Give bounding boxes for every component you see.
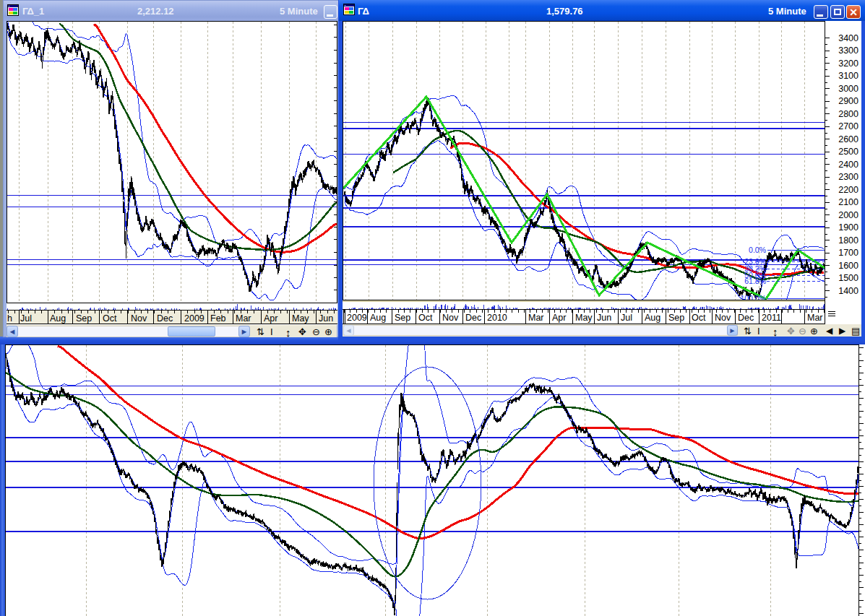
svg-text:2009: 2009 <box>184 313 205 324</box>
svg-text:3100: 3100 <box>838 71 858 81</box>
svg-text:Nov: Nov <box>442 313 459 323</box>
svg-text:Sep: Sep <box>395 313 410 323</box>
svg-text:2400: 2400 <box>838 160 858 170</box>
svg-text:Jun: Jun <box>319 313 333 324</box>
svg-text:h: h <box>7 313 12 324</box>
svg-text:Jul: Jul <box>20 313 32 324</box>
svg-text:2900: 2900 <box>838 96 858 106</box>
svg-text:Aug: Aug <box>645 313 660 323</box>
svg-text:Mar: Mar <box>236 313 251 324</box>
svg-text:Sep: Sep <box>668 313 684 323</box>
svg-text:2000: 2000 <box>838 210 858 220</box>
svg-text:3000: 3000 <box>838 84 858 94</box>
svg-text:Apr: Apr <box>264 313 277 324</box>
svg-text:61.8%: 61.8% <box>744 277 766 285</box>
svg-text:Nov: Nov <box>131 313 147 324</box>
svg-text:1400: 1400 <box>838 286 858 296</box>
svg-text:2011: 2011 <box>762 313 781 323</box>
svg-text:Aug: Aug <box>50 313 66 324</box>
svg-text:2300: 2300 <box>838 172 858 182</box>
svg-text:2800: 2800 <box>838 109 858 119</box>
svg-text:May: May <box>292 313 309 324</box>
svg-text:Oct: Oct <box>103 313 117 324</box>
svg-text:3200: 3200 <box>838 58 858 69</box>
svg-text:2100: 2100 <box>838 197 858 207</box>
svg-text:3300: 3300 <box>838 45 858 56</box>
svg-text:1500: 1500 <box>838 273 858 283</box>
svg-text:Nov: Nov <box>715 313 731 323</box>
svg-text:Mar: Mar <box>528 313 544 323</box>
svg-text:Jul: Jul <box>621 313 632 323</box>
svg-text:Dec: Dec <box>465 313 481 323</box>
svg-text:Apr: Apr <box>552 313 566 323</box>
svg-text:1700: 1700 <box>838 248 858 258</box>
svg-text:2500: 2500 <box>838 147 858 157</box>
svg-text:1900: 1900 <box>838 222 858 233</box>
svg-text:Feb: Feb <box>210 313 226 324</box>
svg-text:Mar: Mar <box>807 313 823 323</box>
svg-text:May: May <box>575 313 593 323</box>
svg-text:0.0%: 0.0% <box>749 246 766 254</box>
svg-text:2200: 2200 <box>838 185 858 195</box>
svg-text:2010: 2010 <box>487 313 507 323</box>
svg-text:Dec: Dec <box>738 313 754 323</box>
svg-text:2009: 2009 <box>347 313 367 323</box>
svg-text:2600: 2600 <box>838 134 858 144</box>
svg-text:Sep: Sep <box>76 313 92 324</box>
svg-text:Oct: Oct <box>692 313 706 323</box>
svg-text:2700: 2700 <box>838 121 858 131</box>
svg-text:Jun: Jun <box>597 313 611 323</box>
svg-text:Dec: Dec <box>157 313 173 324</box>
svg-text:Aug: Aug <box>370 313 386 323</box>
svg-text:Oct: Oct <box>418 313 433 323</box>
svg-text:3400: 3400 <box>838 33 858 43</box>
svg-text:1800: 1800 <box>838 235 858 246</box>
svg-text:1600: 1600 <box>838 261 858 271</box>
